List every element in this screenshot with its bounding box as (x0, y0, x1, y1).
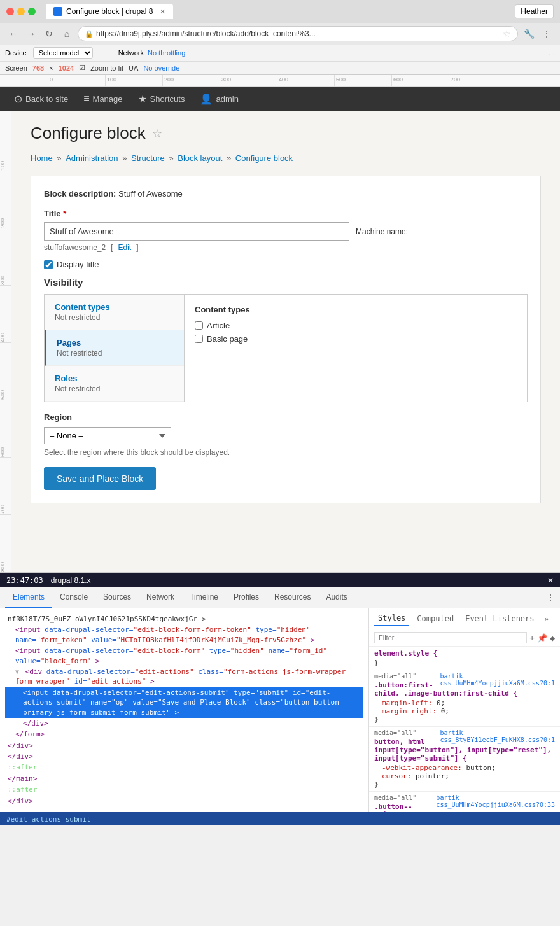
html-line-2: <input data-drupal-selector="edit-block-… (5, 624, 363, 645)
roles-tab-label: Roles (55, 374, 174, 383)
maximize-traffic-light[interactable] (28, 8, 36, 15)
devtools-device-bar: Device Select model Network No throttlin… (0, 45, 560, 62)
filter-add-icon[interactable]: + (529, 633, 535, 643)
ruler-top: 0 100 200 300 400 500 600 700 (0, 75, 560, 87)
style-rule-button: media="all" bartikcss_8tyBYi1ecbF_FuKHX8… (369, 727, 560, 792)
devtools-tab-console[interactable]: Console (52, 587, 95, 608)
devtools-tab-audits[interactable]: Audits (318, 587, 354, 608)
minimize-traffic-light[interactable] (17, 8, 25, 15)
tab-favicon-icon (53, 7, 62, 16)
style-source-link-3[interactable]: bartikcss_UuMHm4YocpjjiuXa6M.css?0:33 (436, 794, 555, 808)
styles-filter-input[interactable] (374, 632, 527, 643)
breadcrumb-structure[interactable]: Structure (131, 153, 165, 163)
reload-button[interactable]: ↻ (42, 27, 56, 41)
ruler-marks: 0 100 200 300 400 500 600 700 (48, 75, 506, 87)
styles-tab[interactable]: Styles (374, 611, 409, 626)
url-text: https://dma9j.ply.st/admin/structure/blo… (96, 29, 316, 38)
visibility-tab-content-types[interactable]: Content types Not restricted (45, 295, 184, 330)
filter-eye-icon[interactable]: ◆ (550, 633, 555, 643)
back-to-site-link[interactable]: ⊙ Back to site (6, 88, 76, 110)
devtools-tab-timeline[interactable]: Timeline (182, 587, 226, 608)
styles-more-icon[interactable]: » (545, 615, 549, 623)
favorite-star-icon[interactable]: ☆ (152, 127, 162, 141)
back-to-site-label: Back to site (25, 94, 68, 104)
visibility-tab-roles[interactable]: Roles Not restricted (45, 366, 184, 402)
filter-pin-icon[interactable]: 📌 (537, 633, 547, 643)
breadcrumb-configure-block[interactable]: Configure block (235, 153, 293, 163)
breadcrumb-block-layout[interactable]: Block layout (178, 153, 222, 163)
throttle-select[interactable]: No throttling (148, 49, 185, 57)
computed-tab[interactable]: Computed (413, 612, 458, 626)
screen-width: 768 (32, 64, 44, 72)
devtools-tab-sources[interactable]: Sources (95, 587, 139, 608)
zoom-checkbox[interactable]: ☑ (79, 64, 85, 72)
html-line-9: </div> (5, 751, 363, 762)
roles-tab-desc: Not restricted (55, 384, 174, 393)
page-heading: Configure block ☆ (31, 123, 541, 143)
machine-name-row: stuffofawesome_2 [ Edit ] (44, 243, 528, 252)
style-source-link-1[interactable]: bartikcss_UuMHm4YocpjjiuXa6M.css?0:1 (440, 673, 555, 687)
event-listeners-tab[interactable]: Event Listeners (461, 612, 538, 626)
screen-label: Screen (5, 64, 27, 72)
html-panel[interactable]: nfRK18T/7S_0uEZ oWlynI4CJ0621pSSKD4tgeak… (0, 608, 369, 812)
admin-label: admin (216, 94, 238, 104)
html-line-6: </div> (5, 718, 363, 729)
devtools-close-button[interactable]: ✕ (547, 576, 554, 585)
forward-button[interactable]: → (24, 27, 38, 41)
menu-button[interactable]: ⋮ (540, 27, 554, 41)
bookmark-icon[interactable]: ☆ (503, 29, 511, 39)
devtools-tab-profiles[interactable]: Profiles (226, 587, 267, 608)
display-title-label[interactable]: Display title (57, 260, 99, 269)
style-source-link-2[interactable]: bartikcss_8tyBYi1ecbF_FuKHX8.css?0:1 (440, 729, 555, 743)
machine-name-value: stuffofawesome_2 (44, 243, 106, 252)
manage-link[interactable]: ≡ Manage (76, 88, 130, 109)
styles-panel-header: Styles Computed Event Listeners » (369, 608, 560, 629)
home-button[interactable]: ⌂ (60, 27, 74, 41)
browser-titlebar: Configure block | drupal 8 ✕ Heather (0, 0, 560, 23)
vis-content-title: Content types (195, 305, 517, 314)
admin-link[interactable]: 👤 admin (192, 88, 246, 110)
ruler-mark-400: 400 (277, 75, 334, 87)
tab-close-button[interactable]: ✕ (160, 8, 165, 16)
required-indicator: * (63, 209, 66, 218)
ua-override[interactable]: No override (143, 64, 179, 72)
breadcrumb-home[interactable]: Home (31, 153, 53, 163)
devtools-tab-resources[interactable]: Resources (267, 587, 318, 608)
machine-name-edit-link[interactable]: Edit (118, 243, 132, 252)
extensions-button[interactable]: 🔧 (522, 27, 536, 41)
ruler-mark-100: 100 (105, 75, 162, 87)
basic-page-checkbox[interactable] (195, 335, 203, 343)
display-title-checkbox[interactable] (44, 260, 53, 269)
shortcuts-link[interactable]: ★ Shortcuts (130, 88, 193, 110)
ruler-mark-0: 0 (48, 75, 105, 87)
style-rule-first-child: media="all" bartikcss_UuMHm4YocpjjiuXa6M… (369, 670, 560, 727)
html-line-11: </main> (5, 773, 363, 784)
article-checkbox[interactable] (195, 321, 203, 330)
more-button[interactable]: ... (549, 49, 555, 57)
pages-tab-desc: Not restricted (57, 349, 174, 358)
ruler-left-marks: 100 200 300 400 500 600 700 800 (0, 111, 11, 572)
browser-tab[interactable]: Configure block | drupal 8 ✕ (46, 4, 173, 19)
close-traffic-light[interactable] (6, 8, 14, 15)
back-to-site-icon: ⊙ (14, 93, 22, 105)
title-field-group: Title * Machine name: stuffofawesome_2 [… (44, 209, 528, 252)
breadcrumb: Home » Administration » Structure » Bloc… (31, 153, 541, 163)
breadcrumb-administration[interactable]: Administration (66, 153, 118, 163)
devtools-time: 23:47:03 (6, 576, 43, 585)
device-model-select[interactable]: Select model (33, 47, 93, 59)
devtools-tab-network[interactable]: Network (139, 587, 182, 608)
html-line-5-selected[interactable]: <input data-drupal-selector="edit-action… (5, 687, 363, 718)
devtools-more-icon[interactable]: ⋮ (546, 593, 555, 603)
visibility-tab-pages[interactable]: Pages Not restricted (45, 330, 184, 366)
visibility-tabs: Content types Not restricted Pages Not r… (45, 295, 185, 402)
title-input[interactable] (44, 222, 349, 241)
region-select[interactable]: – None – Header Footer Sidebar (44, 427, 171, 444)
devtools-tab-elements[interactable]: Elements (5, 587, 52, 608)
main-content: Configure block ☆ Home » Administration … (11, 111, 560, 572)
region-label: Region (44, 412, 528, 422)
back-button[interactable]: ← (6, 27, 20, 41)
address-bar[interactable]: 🔒 https://dma9j.ply.st/admin/structure/b… (78, 26, 518, 41)
html-line-4: ▼ <div data-drupal-selector="edit-action… (5, 666, 363, 687)
save-and-place-block-button[interactable]: Save and Place Block (44, 467, 156, 490)
ruler-left-mark-100: 100 (0, 114, 11, 171)
